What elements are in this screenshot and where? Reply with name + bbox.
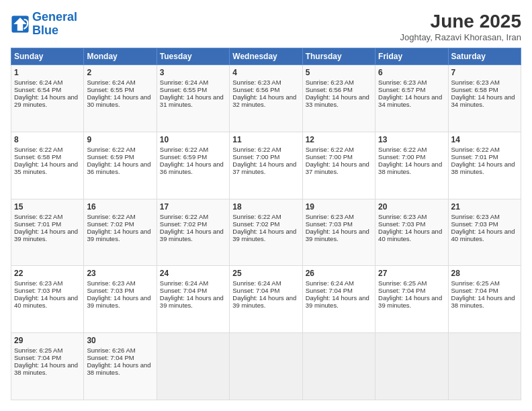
sunset-label: Sunset: 6:56 PM <box>306 86 353 93</box>
calendar-row: 29Sunrise: 6:25 AMSunset: 7:04 PMDayligh… <box>11 333 521 400</box>
calendar-row: 22Sunrise: 6:23 AMSunset: 7:03 PMDayligh… <box>11 266 521 333</box>
logo-icon <box>11 15 30 34</box>
header-monday: Monday <box>84 48 157 65</box>
title-section: June 2025 Joghtay, Razavi Khorasan, Iran <box>400 11 521 42</box>
daylight-label: Daylight: 14 hours and 39 minutes. <box>378 294 442 309</box>
daylight-label: Daylight: 14 hours and 33 minutes. <box>306 93 369 108</box>
sunset-label: Sunset: 7:02 PM <box>232 220 279 228</box>
table-row: 13Sunrise: 6:22 AMSunset: 7:00 PMDayligh… <box>375 132 448 199</box>
sunset-label: Sunset: 7:02 PM <box>87 220 134 228</box>
sunset-label: Sunset: 7:04 PM <box>14 354 61 361</box>
day-number: 1 <box>14 68 81 77</box>
sunrise-label: Sunrise: 6:23 AM <box>451 213 500 220</box>
logo-text: General Blue <box>32 11 77 38</box>
sunset-label: Sunset: 7:04 PM <box>232 287 279 294</box>
table-row: 20Sunrise: 6:23 AMSunset: 7:03 PMDayligh… <box>375 199 448 266</box>
sunset-label: Sunset: 6:54 PM <box>14 86 61 93</box>
day-number: 17 <box>160 202 226 212</box>
sunset-label: Sunset: 7:04 PM <box>451 287 498 294</box>
sunrise-label: Sunrise: 6:22 AM <box>306 146 354 153</box>
day-number: 23 <box>87 269 153 278</box>
sunrise-label: Sunrise: 6:26 AM <box>87 347 135 354</box>
calendar-header-row: Sunday Monday Tuesday Wednesday Thursday… <box>11 48 521 65</box>
table-row: 4Sunrise: 6:23 AMSunset: 6:56 PMDaylight… <box>230 65 302 132</box>
sunrise-label: Sunrise: 6:22 AM <box>87 146 135 153</box>
daylight-label: Daylight: 14 hours and 34 minutes. <box>378 93 442 108</box>
day-number: 9 <box>87 135 153 144</box>
table-row: 19Sunrise: 6:23 AMSunset: 7:03 PMDayligh… <box>302 199 375 266</box>
sunset-label: Sunset: 7:03 PM <box>306 220 353 228</box>
sunset-label: Sunset: 6:58 PM <box>14 153 61 161</box>
sunrise-label: Sunrise: 6:23 AM <box>14 279 62 287</box>
day-number: 26 <box>306 269 372 278</box>
sunrise-label: Sunrise: 6:22 AM <box>87 213 135 220</box>
sunset-label: Sunset: 7:00 PM <box>232 153 279 161</box>
day-number: 16 <box>87 202 153 212</box>
logo-line1: General <box>32 10 77 24</box>
daylight-label: Daylight: 14 hours and 38 minutes. <box>87 361 150 376</box>
daylight-label: Daylight: 14 hours and 37 minutes. <box>232 161 296 175</box>
sunset-label: Sunset: 7:04 PM <box>378 287 425 294</box>
daylight-label: Daylight: 14 hours and 40 minutes. <box>14 294 78 309</box>
sunset-label: Sunset: 7:00 PM <box>378 153 425 161</box>
sunrise-label: Sunrise: 6:22 AM <box>160 213 208 220</box>
sunrise-label: Sunrise: 6:23 AM <box>232 79 281 86</box>
calendar-row: 15Sunrise: 6:22 AMSunset: 7:01 PMDayligh… <box>11 199 521 266</box>
sunrise-label: Sunrise: 6:22 AM <box>232 213 281 220</box>
sunset-label: Sunset: 7:03 PM <box>14 287 61 294</box>
table-row: 30Sunrise: 6:26 AMSunset: 7:04 PMDayligh… <box>84 333 157 400</box>
table-row: 24Sunrise: 6:24 AMSunset: 7:04 PMDayligh… <box>157 266 229 333</box>
sunrise-label: Sunrise: 6:24 AM <box>232 279 281 287</box>
sunrise-label: Sunrise: 6:24 AM <box>87 79 135 86</box>
table-row: 23Sunrise: 6:23 AMSunset: 7:03 PMDayligh… <box>84 266 157 333</box>
daylight-label: Daylight: 14 hours and 40 minutes. <box>451 228 515 242</box>
sunset-label: Sunset: 6:58 PM <box>451 86 498 93</box>
sunrise-label: Sunrise: 6:22 AM <box>160 146 208 153</box>
day-number: 25 <box>232 269 299 278</box>
sunrise-label: Sunrise: 6:23 AM <box>306 79 354 86</box>
sunset-label: Sunset: 6:55 PM <box>87 86 134 93</box>
sunrise-label: Sunrise: 6:22 AM <box>378 146 427 153</box>
table-row <box>448 333 521 400</box>
table-row: 11Sunrise: 6:22 AMSunset: 7:00 PMDayligh… <box>230 132 302 199</box>
sunset-label: Sunset: 6:57 PM <box>378 86 425 93</box>
day-number: 10 <box>160 135 226 144</box>
daylight-label: Daylight: 14 hours and 39 minutes. <box>160 228 224 242</box>
day-number: 30 <box>87 336 153 345</box>
sunrise-label: Sunrise: 6:24 AM <box>14 79 62 86</box>
sunset-label: Sunset: 7:04 PM <box>160 287 207 294</box>
table-row: 10Sunrise: 6:22 AMSunset: 6:59 PMDayligh… <box>157 132 229 199</box>
day-number: 14 <box>451 135 518 144</box>
day-number: 28 <box>451 269 518 278</box>
sunrise-label: Sunrise: 6:24 AM <box>306 279 354 287</box>
month-title: June 2025 <box>400 11 521 32</box>
table-row: 21Sunrise: 6:23 AMSunset: 7:03 PMDayligh… <box>448 199 521 266</box>
header-wednesday: Wednesday <box>230 48 302 65</box>
table-row: 2Sunrise: 6:24 AMSunset: 6:55 PMDaylight… <box>84 65 157 132</box>
daylight-label: Daylight: 14 hours and 36 minutes. <box>87 161 150 175</box>
table-row: 12Sunrise: 6:22 AMSunset: 7:00 PMDayligh… <box>302 132 375 199</box>
header-saturday: Saturday <box>448 48 521 65</box>
day-number: 4 <box>232 68 299 77</box>
table-row: 25Sunrise: 6:24 AMSunset: 7:04 PMDayligh… <box>230 266 302 333</box>
logo: General Blue <box>11 11 77 38</box>
table-row: 5Sunrise: 6:23 AMSunset: 6:56 PMDaylight… <box>302 65 375 132</box>
table-row: 7Sunrise: 6:23 AMSunset: 6:58 PMDaylight… <box>448 65 521 132</box>
day-number: 15 <box>14 202 81 212</box>
daylight-label: Daylight: 14 hours and 40 minutes. <box>378 228 442 242</box>
daylight-label: Daylight: 14 hours and 32 minutes. <box>232 93 296 108</box>
table-row: 18Sunrise: 6:22 AMSunset: 7:02 PMDayligh… <box>230 199 302 266</box>
table-row <box>230 333 302 400</box>
sunset-label: Sunset: 7:02 PM <box>160 220 207 228</box>
sunrise-label: Sunrise: 6:22 AM <box>14 213 62 220</box>
sunrise-label: Sunrise: 6:23 AM <box>87 279 135 287</box>
sunset-label: Sunset: 7:03 PM <box>451 220 498 228</box>
daylight-label: Daylight: 14 hours and 31 minutes. <box>160 93 224 108</box>
table-row: 14Sunrise: 6:22 AMSunset: 7:01 PMDayligh… <box>448 132 521 199</box>
sunrise-label: Sunrise: 6:22 AM <box>451 146 500 153</box>
table-row <box>375 333 448 400</box>
day-number: 19 <box>306 202 372 212</box>
header-tuesday: Tuesday <box>157 48 229 65</box>
table-row: 22Sunrise: 6:23 AMSunset: 7:03 PMDayligh… <box>11 266 84 333</box>
sunset-label: Sunset: 6:55 PM <box>160 86 207 93</box>
